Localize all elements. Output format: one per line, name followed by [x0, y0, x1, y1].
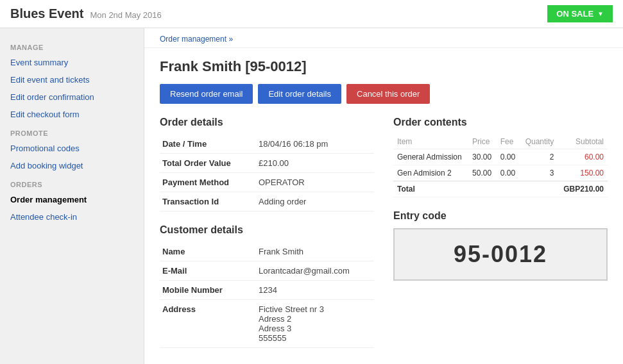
detail-label: Date / Time [160, 135, 256, 154]
total-row: Total GBP210.00 [393, 181, 608, 197]
customer-value: Lorantcadar@gmail.com [256, 261, 374, 281]
sidebar-item-order-management[interactable]: Order management [0, 191, 144, 208]
order-details-title: Order details [160, 117, 374, 128]
customer-details-title: Customer details [160, 224, 374, 236]
col-subtotal: Subtotal [558, 135, 608, 149]
item-name: General Admission [393, 149, 468, 165]
order-title: Frank Smith [95-0012] [160, 58, 608, 75]
detail-label: Total Order Value [160, 154, 256, 173]
table-row: General Admission 30.00 0.00 2 60.00 [393, 149, 608, 165]
sidebar-item-edit-event-tickets[interactable]: Edit event and tickets [0, 71, 144, 88]
item-price: 30.00 [468, 149, 497, 165]
cancel-order-button[interactable]: Cancel this order [346, 84, 430, 104]
sidebar-item-add-booking-widget[interactable]: Add booking widget [0, 157, 144, 174]
customer-label: Mobile Number [160, 281, 256, 300]
order-details-table: Date / Time 18/04/16 06:18 pm Total Orde… [160, 135, 374, 211]
table-row: Mobile Number 1234 [160, 281, 374, 300]
item-fee: 0.00 [497, 149, 520, 165]
right-column: Order contents Item Price Fee Quantity S… [393, 117, 608, 361]
customer-value: Frank Smith [256, 242, 374, 261]
sidebar-item-edit-order-confirmation[interactable]: Edit order confirmation [0, 88, 144, 106]
customer-value: Fictive Street nr 3Adress 2Adress 355555… [256, 300, 374, 348]
detail-value: 18/04/16 06:18 pm [256, 135, 374, 154]
customer-label: Name [160, 242, 256, 261]
order-contents-title: Order contents [393, 117, 608, 128]
customer-label: Address [160, 300, 256, 348]
detail-label: Payment Method [160, 173, 256, 192]
entry-code-title: Entry code [393, 210, 608, 222]
col-item: Item [393, 135, 468, 149]
col-fee: Fee [497, 135, 520, 149]
item-quantity: 2 [520, 149, 558, 165]
sidebar-section-manage: MANAGE [0, 37, 144, 54]
table-row: E-Mail Lorantcadar@gmail.com [160, 261, 374, 281]
sidebar-item-event-summary[interactable]: Event summary [0, 54, 144, 71]
sidebar-item-promotional-codes[interactable]: Promotional codes [0, 140, 144, 157]
main-layout: MANAGE Event summary Edit event and tick… [0, 28, 623, 364]
on-sale-label: ON SALE [556, 9, 593, 19]
edit-order-details-button[interactable]: Edit order details [258, 84, 341, 104]
col-quantity: Quantity [520, 135, 558, 149]
sidebar-section-promote: PROMOTE [0, 123, 144, 140]
left-column: Order details Date / Time 18/04/16 06:18… [160, 117, 374, 361]
on-sale-button[interactable]: ON SALE ▼ [547, 5, 613, 22]
item-name: Gen Admision 2 [393, 165, 468, 181]
table-row: Total Order Value £210.00 [160, 154, 374, 173]
entry-code-display: 95-0012 [393, 228, 608, 281]
table-row: Address Fictive Street nr 3Adress 2Adres… [160, 300, 374, 348]
item-subtotal: 150.00 [558, 165, 608, 181]
table-row: Payment Method OPERATOR [160, 173, 374, 192]
contents-header-row: Item Price Fee Quantity Subtotal [393, 135, 608, 149]
sidebar: MANAGE Event summary Edit event and tick… [0, 28, 144, 364]
chevron-down-icon: ▼ [597, 10, 604, 17]
sidebar-item-edit-checkout-form[interactable]: Edit checkout form [0, 106, 144, 123]
total-label: Total [393, 181, 468, 197]
customer-details-table: Name Frank Smith E-Mail Lorantcadar@gmai… [160, 242, 374, 348]
customer-value: 1234 [256, 281, 374, 300]
breadcrumb-link[interactable]: Order management » [160, 35, 233, 44]
table-row: Date / Time 18/04/16 06:18 pm [160, 135, 374, 154]
table-row: Name Frank Smith [160, 242, 374, 261]
detail-label: Transaction Id [160, 192, 256, 211]
two-column-layout: Order details Date / Time 18/04/16 06:18… [160, 117, 608, 361]
content-area: Frank Smith [95-0012] Resend order email… [144, 48, 623, 364]
item-subtotal: 60.00 [558, 149, 608, 165]
item-quantity: 3 [520, 165, 558, 181]
sidebar-section-orders: ORDERS [0, 174, 144, 191]
order-contents-table: Item Price Fee Quantity Subtotal General… [393, 135, 608, 197]
event-date: Mon 2nd May 2016 [90, 10, 161, 20]
total-empty-3 [520, 181, 558, 197]
total-empty-2 [497, 181, 520, 197]
main-content: Order management » Frank Smith [95-0012]… [144, 28, 623, 364]
item-price: 50.00 [468, 165, 497, 181]
detail-value: £210.00 [256, 154, 374, 173]
total-empty-1 [468, 181, 497, 197]
sidebar-item-attendee-check-in[interactable]: Attendee check-in [0, 208, 144, 226]
customer-label: E-Mail [160, 261, 256, 281]
table-row: Transaction Id Adding order [160, 192, 374, 211]
detail-value: OPERATOR [256, 173, 374, 192]
detail-value: Adding order [256, 192, 374, 211]
col-price: Price [468, 135, 497, 149]
action-buttons: Resend order email Edit order details Ca… [160, 84, 608, 104]
app-header: Blues Event Mon 2nd May 2016 ON SALE ▼ [0, 0, 623, 28]
total-value: GBP210.00 [558, 181, 608, 197]
table-row: Gen Admision 2 50.00 0.00 3 150.00 [393, 165, 608, 181]
breadcrumb: Order management » [144, 28, 623, 48]
item-fee: 0.00 [497, 165, 520, 181]
app-title: Blues Event [10, 6, 83, 21]
resend-order-email-button[interactable]: Resend order email [160, 84, 253, 104]
